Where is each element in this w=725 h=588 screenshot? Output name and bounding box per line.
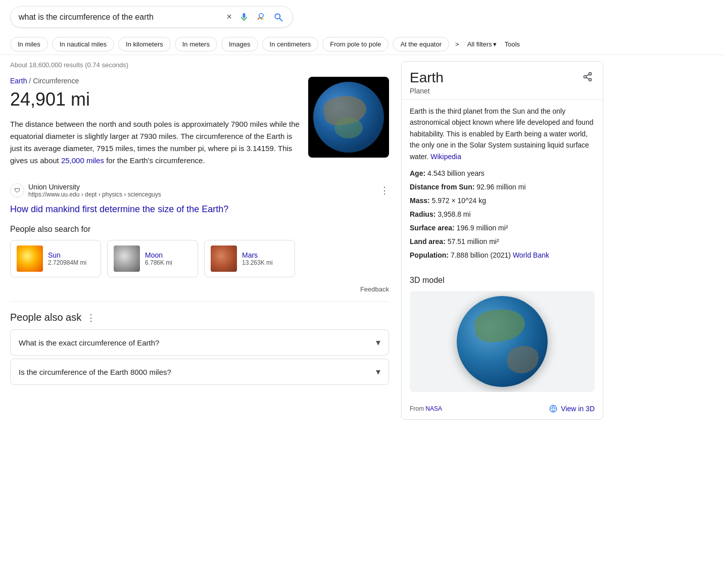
kc-fact-mass-val: 5.972 × 10^24 kg bbox=[432, 197, 486, 205]
kc-fact-surface-label: Surface area: bbox=[410, 224, 455, 232]
paa-title: People also ask bbox=[10, 312, 81, 323]
kc-fact-pop-label: Population: bbox=[410, 251, 449, 259]
related-question-link[interactable]: How did mankind first determine the size… bbox=[10, 204, 389, 215]
kc-3d-title: 3D model bbox=[410, 276, 595, 285]
search-card-sun[interactable]: Sun 2.720984M mi bbox=[10, 240, 101, 277]
paa-item-1[interactable]: What is the exact circumference of Earth… bbox=[10, 329, 389, 356]
snippet-content: Earth / Circumference 24,901 mi The dist… bbox=[10, 77, 300, 173]
kc-fact-land-label: Land area: bbox=[410, 237, 446, 246]
left-column: About 18,600,000 results (0.74 seconds) … bbox=[10, 61, 389, 420]
knowledge-card: Earth Planet Earth is the third planet f… bbox=[401, 61, 603, 420]
search-card-mars[interactable]: Mars 13.263K mi bbox=[204, 240, 295, 277]
all-filters-button[interactable]: All filters ▾ bbox=[465, 37, 499, 51]
view3d-icon bbox=[549, 404, 558, 413]
lens-icon bbox=[256, 12, 266, 22]
chip-in-nautical-miles[interactable]: In nautical miles bbox=[52, 37, 114, 52]
paa-item-2[interactable]: Is the circumference of the Earth 8000 m… bbox=[10, 359, 389, 385]
chip-in-centimeters[interactable]: In centimeters bbox=[262, 37, 319, 52]
sun-name: Sun bbox=[48, 251, 86, 259]
clear-button[interactable]: × bbox=[225, 11, 233, 23]
kc-fact-age: Age: 4.543 billion years bbox=[410, 168, 595, 179]
people-also-search-section: People also search for Sun 2.720984M mi … bbox=[10, 225, 389, 277]
kc-fact-land-val: 57.51 million mi² bbox=[448, 237, 499, 246]
kc-title: Earth bbox=[410, 70, 444, 86]
moon-name: Moon bbox=[145, 251, 172, 259]
kc-header: Earth Planet bbox=[402, 62, 603, 99]
kc-fact-distance-val: 92.96 million mi bbox=[476, 183, 525, 191]
chip-in-meters[interactable]: In meters bbox=[175, 37, 217, 52]
kc-fact-distance-label: Distance from Sun: bbox=[410, 183, 474, 191]
svg-point-8 bbox=[550, 405, 557, 412]
breadcrumb-earth[interactable]: Earth bbox=[10, 77, 27, 85]
kc-description: Earth is the third planet from the Sun a… bbox=[402, 106, 603, 168]
kc-3d-viewer[interactable] bbox=[410, 291, 595, 392]
kc-world-bank-link[interactable]: World Bank bbox=[513, 251, 549, 259]
kc-title-group: Earth Planet bbox=[410, 70, 444, 95]
kc-share-button[interactable] bbox=[581, 70, 595, 86]
mars-name: Mars bbox=[242, 251, 273, 259]
people-also-search-title: People also search for bbox=[10, 225, 389, 234]
tools-button[interactable]: Tools bbox=[503, 37, 522, 51]
kc-view3d-button[interactable]: View in 3D bbox=[549, 404, 595, 413]
earth-image-container bbox=[308, 77, 389, 158]
paa-question-1: What is the exact circumference of Earth… bbox=[19, 338, 159, 347]
kc-wiki-link[interactable]: Wikipedia bbox=[430, 153, 461, 161]
kc-fact-age-label: Age: bbox=[410, 169, 425, 177]
chip-in-miles[interactable]: In miles bbox=[10, 37, 48, 52]
source-name: Union University bbox=[28, 183, 376, 191]
filter-chips-bar: In miles In nautical miles In kilometers… bbox=[0, 34, 725, 55]
svg-line-2 bbox=[280, 18, 282, 21]
svg-point-0 bbox=[259, 13, 263, 17]
kc-fact-population: Population: 7.888 billion (2021) World B… bbox=[410, 250, 595, 261]
paa-chevron-2: ▾ bbox=[376, 366, 380, 377]
breadcrumb-separator: / bbox=[29, 77, 33, 85]
kc-divider bbox=[402, 99, 603, 100]
search-button[interactable] bbox=[272, 11, 284, 23]
mars-image bbox=[211, 246, 237, 272]
chip-from-pole-to-pole[interactable]: From pole to pole bbox=[322, 37, 389, 52]
sun-sub: 2.720984M mi bbox=[48, 259, 86, 266]
kc-fact-surface: Surface area: 196.9 million mi² bbox=[410, 223, 595, 233]
chip-images[interactable]: Images bbox=[221, 37, 258, 52]
paa-question-2: Is the circumference of the Earth 8000 m… bbox=[19, 368, 171, 376]
source-favicon: 🛡 bbox=[10, 183, 24, 198]
search-card-moon-info: Moon 6.786K mi bbox=[145, 251, 172, 266]
right-panel: Earth Planet Earth is the third planet f… bbox=[401, 61, 603, 420]
kc-subtitle: Planet bbox=[410, 87, 444, 95]
more-chips-button[interactable]: > bbox=[453, 37, 461, 51]
source-url: https://www.uu.edu › dept › physics › sc… bbox=[28, 191, 376, 198]
feedback-label[interactable]: Feedback bbox=[10, 285, 389, 302]
all-filters-label: All filters bbox=[467, 40, 492, 48]
chip-in-kilometers[interactable]: In kilometers bbox=[118, 37, 171, 52]
search-also-cards: Sun 2.720984M mi Moon 6.786K mi Mars bbox=[10, 240, 389, 277]
search-card-sun-info: Sun 2.720984M mi bbox=[48, 251, 86, 266]
kc-3d-section: 3D model bbox=[402, 270, 603, 400]
earth-globe-visual bbox=[313, 82, 384, 153]
kc-fact-mass: Mass: 5.972 × 10^24 kg bbox=[410, 195, 595, 206]
snippet-miles-link[interactable]: 25,000 miles bbox=[61, 156, 104, 165]
mic-button[interactable] bbox=[238, 11, 250, 23]
source-more-icon[interactable]: ⋮ bbox=[380, 185, 389, 196]
search-card-mars-info: Mars 13.263K mi bbox=[242, 251, 273, 266]
svg-point-4 bbox=[584, 76, 587, 78]
paa-chevron-1: ▾ bbox=[376, 337, 380, 348]
chip-at-the-equator[interactable]: At the equator bbox=[393, 37, 449, 52]
snippet-body-end: for the Earth's circumference. bbox=[104, 156, 205, 165]
kc-fact-radius-val: 3,958.8 mi bbox=[438, 210, 470, 218]
kc-from-label: From bbox=[410, 405, 424, 412]
svg-line-7 bbox=[586, 74, 589, 76]
people-also-ask-section: People also ask ⋮ What is the exact circ… bbox=[10, 312, 389, 385]
kc-nasa-link[interactable]: NASA bbox=[425, 405, 442, 412]
breadcrumb: Earth / Circumference bbox=[10, 77, 300, 85]
search-input[interactable] bbox=[19, 13, 220, 22]
kc-fact-age-val: 4.543 billion years bbox=[427, 169, 485, 177]
lens-button[interactable] bbox=[255, 11, 267, 23]
moon-image bbox=[114, 246, 140, 272]
sun-image bbox=[17, 246, 43, 272]
mic-icon bbox=[239, 12, 249, 22]
paa-more-icon[interactable]: ⋮ bbox=[86, 312, 95, 323]
search-card-moon[interactable]: Moon 6.786K mi bbox=[107, 240, 198, 277]
kc-fact-pop-val: 7.888 billion (2021) bbox=[451, 251, 511, 259]
circumference-value: 24,901 mi bbox=[10, 89, 300, 110]
kc-fact-land: Land area: 57.51 million mi² bbox=[410, 236, 595, 247]
